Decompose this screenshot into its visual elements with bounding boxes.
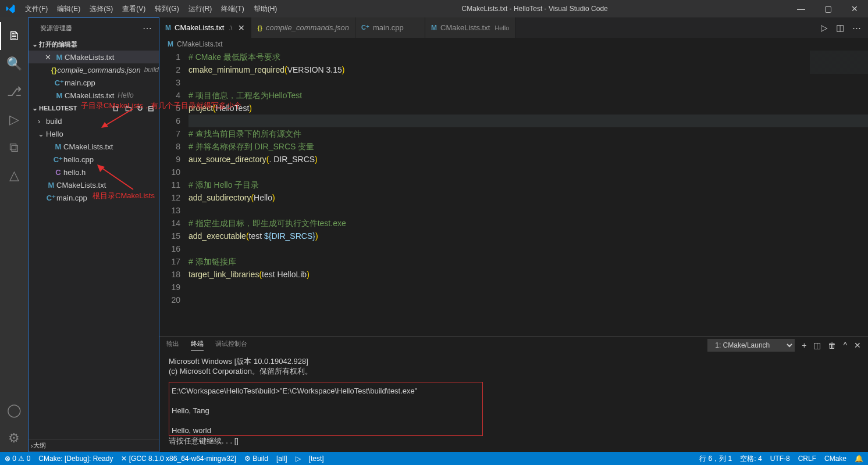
- file-tree-item[interactable]: Chello.h: [29, 166, 159, 178]
- menu-item[interactable]: 查看(V): [118, 4, 150, 14]
- panel-tab[interactable]: 输出: [166, 339, 179, 351]
- menu-item[interactable]: 编辑(E): [52, 4, 85, 14]
- run-debug-icon[interactable]: ▷: [0, 106, 28, 134]
- code-editor[interactable]: 1234567891011121314151617181920 # CMake …: [159, 51, 868, 336]
- project-header[interactable]: ⌄HELLOTEST 🗋 🗀 ↻ ⊟: [29, 102, 159, 115]
- sidebar: 资源管理器 ⋯ ⌄打开的编辑器 ✕MCMakeLists.txt{}compil…: [28, 17, 159, 452]
- status-item[interactable]: CMake: [Debug]: Ready: [38, 455, 113, 463]
- menu-item[interactable]: 帮助(H): [249, 4, 282, 14]
- run-icon[interactable]: ▷: [821, 23, 828, 33]
- maximize-panel-icon[interactable]: ^: [843, 341, 847, 350]
- status-item[interactable]: 空格: 4: [740, 454, 762, 464]
- status-item[interactable]: 行 6，列 1: [699, 454, 732, 464]
- source-control-icon[interactable]: ⎇: [0, 78, 28, 106]
- status-item[interactable]: ⊗ 0 ⚠ 0: [5, 455, 30, 463]
- menu-item[interactable]: 选择(S): [85, 4, 118, 14]
- window-title: CMakeLists.txt - HelloTest - Visual Stud…: [282, 5, 788, 13]
- panel: 输出终端调试控制台 1: CMake/Launch + ◫ 🗑 ^ ✕ Micr…: [159, 336, 868, 452]
- menu-item[interactable]: 文件(F): [20, 4, 52, 14]
- file-tree-item[interactable]: ›build: [29, 115, 159, 127]
- menu-item[interactable]: 终端(T): [216, 4, 248, 14]
- account-icon[interactable]: ◯: [0, 396, 28, 424]
- file-tree-item[interactable]: C⁺hello.cpp: [29, 153, 159, 166]
- open-editor-item[interactable]: MCMakeLists.txtHello: [29, 89, 159, 102]
- close-panel-icon[interactable]: ✕: [854, 341, 861, 350]
- terminal[interactable]: Microsoft Windows [版本 10.0.19042.928] (c…: [159, 354, 868, 452]
- minimize-button[interactable]: —: [788, 0, 814, 17]
- collapse-icon[interactable]: ⊟: [148, 104, 154, 113]
- close-button[interactable]: ✕: [841, 0, 868, 17]
- panel-tab[interactable]: 终端: [191, 339, 204, 351]
- sidebar-more-icon[interactable]: ⋯: [143, 23, 152, 34]
- explorer-icon[interactable]: 🗎: [0, 22, 28, 50]
- status-item[interactable]: ⚙ Build: [244, 455, 268, 463]
- open-editor-item[interactable]: {}compile_commands.jsonbuild: [29, 63, 159, 76]
- status-item[interactable]: ▷: [296, 455, 301, 463]
- breadcrumb[interactable]: M CMakeLists.txt: [159, 38, 868, 51]
- status-bar: ⊗ 0 ⚠ 0CMake: [Debug]: Ready✕ [GCC 8.1.0…: [0, 452, 868, 465]
- settings-gear-icon[interactable]: ⚙: [0, 424, 28, 452]
- editor-tab[interactable]: {}compile_commands.json: [251, 17, 355, 38]
- menu-item[interactable]: 转到(G): [150, 4, 183, 14]
- status-item[interactable]: [test]: [309, 455, 324, 463]
- sidebar-title: 资源管理器: [40, 24, 72, 33]
- menu-bar: 文件(F)编辑(E)选择(S)查看(V)转到(G)运行(R)终端(T)帮助(H): [20, 4, 282, 14]
- file-tree-item[interactable]: C⁺main.cpp: [29, 191, 159, 204]
- status-item[interactable]: ✕ [GCC 8.1.0 x86_64-w64-mingw32]: [121, 455, 236, 463]
- open-editor-item[interactable]: ✕MCMakeLists.txt: [29, 51, 159, 63]
- open-editors-header[interactable]: ⌄打开的编辑器: [29, 38, 159, 51]
- trash-icon[interactable]: 🗑: [828, 341, 836, 350]
- file-tree-item[interactable]: ⌄Hello: [29, 127, 159, 140]
- status-item[interactable]: UTF-8: [770, 455, 790, 463]
- open-editor-item[interactable]: C⁺main.cpp: [29, 76, 159, 89]
- tab-more-icon[interactable]: ⋯: [852, 23, 861, 33]
- file-tree-item[interactable]: MCMakeLists.txt: [29, 178, 159, 191]
- activity-bar: 🗎 🔍 ⎇ ▷ ⧉ △ ◯ ⚙: [0, 17, 28, 452]
- refresh-icon[interactable]: ↻: [137, 104, 143, 113]
- editor-tab[interactable]: C⁺main.cpp: [355, 17, 425, 38]
- panel-tab[interactable]: 调试控制台: [215, 339, 247, 351]
- search-icon[interactable]: 🔍: [0, 50, 28, 78]
- split-terminal-icon[interactable]: ◫: [813, 341, 821, 350]
- editor-tab[interactable]: MCMakeLists.txtHello: [425, 17, 515, 38]
- split-editor-icon[interactable]: ◫: [836, 23, 844, 33]
- editor-tab[interactable]: MCMakeLists.txt.\✕: [159, 17, 251, 38]
- cmake-icon[interactable]: △: [0, 162, 28, 189]
- status-item[interactable]: [all]: [276, 455, 287, 463]
- status-item[interactable]: CRLF: [798, 455, 816, 463]
- extensions-icon[interactable]: ⧉: [0, 134, 28, 162]
- minimap[interactable]: [810, 51, 868, 138]
- new-terminal-icon[interactable]: +: [802, 341, 806, 350]
- outline-header[interactable]: ›大纲: [29, 439, 159, 452]
- terminal-output-highlight: E:\CWorkspace\HelloTest\build>"E:\CWorks…: [169, 382, 483, 436]
- editor-area: MCMakeLists.txt.\✕{}compile_commands.jso…: [159, 17, 868, 452]
- new-folder-icon[interactable]: 🗀: [124, 104, 132, 113]
- file-type-icon: M: [168, 40, 173, 48]
- file-tree-item[interactable]: MCMakeLists.txt: [29, 140, 159, 153]
- new-file-icon[interactable]: 🗋: [112, 104, 120, 113]
- status-item[interactable]: 🔔: [855, 455, 863, 463]
- maximize-button[interactable]: ▢: [814, 0, 841, 17]
- window-controls: — ▢ ✕: [788, 0, 868, 17]
- terminal-selector[interactable]: 1: CMake/Launch: [707, 339, 795, 352]
- editor-tabs: MCMakeLists.txt.\✕{}compile_commands.jso…: [159, 17, 868, 38]
- status-item[interactable]: CMake: [824, 455, 846, 463]
- titlebar: 文件(F)编辑(E)选择(S)查看(V)转到(G)运行(R)终端(T)帮助(H)…: [0, 0, 868, 17]
- menu-item[interactable]: 运行(R): [184, 4, 217, 14]
- vscode-logo-icon: [0, 3, 20, 14]
